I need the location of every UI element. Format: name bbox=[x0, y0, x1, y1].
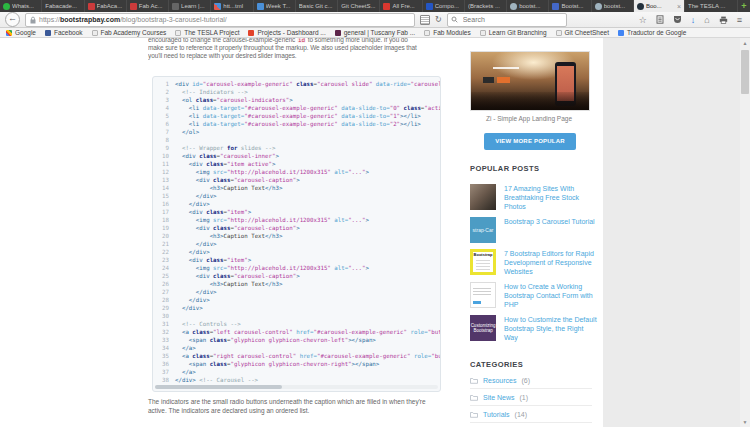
tab[interactable]: All Fre... bbox=[380, 0, 422, 12]
gitlab-favicon-icon bbox=[248, 30, 254, 36]
tab-active[interactable]: Boo...× bbox=[634, 0, 685, 12]
category-link[interactable]: Tutorials bbox=[483, 411, 510, 418]
scroll-down-arrow[interactable]: ▼ bbox=[740, 417, 750, 427]
code-lines: 1<div id="carousel-example-generic" clas… bbox=[153, 77, 440, 384]
code-text: <!-- Controls --> bbox=[175, 320, 241, 328]
reload-button[interactable]: ↻ bbox=[435, 14, 442, 26]
code-text: <h3>Caption Text</h3> bbox=[175, 184, 282, 192]
tab[interactable]: htt...tml bbox=[211, 0, 253, 12]
code-line: 12 <img src="http://placehold.it/1200x31… bbox=[156, 168, 440, 176]
printer-icon[interactable] bbox=[719, 16, 728, 24]
bookmark-item[interactable]: Git CheetSheet bbox=[556, 29, 609, 36]
category-item[interactable]: Resources(6) bbox=[470, 372, 592, 389]
scrollbar-thumb[interactable] bbox=[741, 50, 749, 94]
tab[interactable]: Bootst... bbox=[549, 0, 591, 12]
bookmark-item[interactable]: Google bbox=[6, 29, 36, 36]
tab[interactable]: The TESLA ... bbox=[685, 0, 738, 12]
new-tab-button[interactable]: + bbox=[738, 0, 750, 12]
scrollbar-thumb[interactable] bbox=[155, 385, 282, 389]
line-number: 37 bbox=[156, 368, 169, 376]
tab-title: Learn |... bbox=[181, 3, 207, 9]
post-link[interactable]: 7 Bootstrap Editors for Rapid Developmen… bbox=[504, 249, 598, 276]
pocket-icon[interactable] bbox=[673, 15, 682, 24]
category-link[interactable]: Site News bbox=[483, 394, 515, 401]
post-link[interactable]: How to Customize the Default Bootstrap S… bbox=[504, 315, 598, 342]
code-block[interactable]: 1<div id="carousel-example-generic" clas… bbox=[152, 76, 441, 392]
tab[interactable]: Whats... bbox=[0, 0, 42, 12]
vertical-scrollbar[interactable]: ▲ ▼ bbox=[740, 38, 750, 427]
tab[interactable]: (Brackets ... bbox=[465, 0, 507, 12]
bookmarks-menu-icon[interactable] bbox=[656, 15, 664, 24]
bookmark-item[interactable]: Fab Academy Courses bbox=[92, 29, 167, 36]
lock-icon bbox=[30, 16, 36, 24]
home-icon[interactable]: ⌂ bbox=[704, 14, 709, 26]
popular-post-item[interactable]: 17 Amazing Sites With Breathtaking Free … bbox=[470, 184, 598, 211]
tab[interactable]: Fabacade... bbox=[42, 0, 84, 12]
bookmark-item[interactable]: Learn Git Branching bbox=[480, 29, 547, 36]
url-path: /blog/bootstrap-3-carousel-tutorial/ bbox=[120, 16, 227, 23]
search-icon bbox=[451, 16, 458, 23]
bookmarks-bar: GoogleFacebookFab Academy CoursesThe TES… bbox=[0, 28, 750, 38]
tab[interactable]: bootst... bbox=[507, 0, 549, 12]
tab[interactable]: Fab Ac... bbox=[127, 0, 169, 12]
search-input[interactable] bbox=[461, 15, 550, 24]
tab[interactable]: Learn |... bbox=[169, 0, 211, 12]
post-link[interactable]: 17 Amazing Sites With Breathtaking Free … bbox=[504, 184, 598, 211]
reader-mode-icon[interactable] bbox=[420, 15, 430, 25]
bookmark-star-icon[interactable]: ☆ bbox=[639, 14, 647, 26]
downloads-icon[interactable]: ↓ bbox=[691, 14, 696, 26]
popular-post-item[interactable]: How to Create a Working Bootstrap Contac… bbox=[470, 282, 598, 309]
bookmark-item[interactable]: Fab Modules bbox=[424, 29, 471, 36]
code-line: 15 </div> bbox=[156, 192, 440, 200]
bookmark-item[interactable]: general | Tuscany Fab ... bbox=[335, 29, 415, 36]
tab[interactable]: bootst... bbox=[592, 0, 634, 12]
code-text: <h3>Caption Text</h3> bbox=[175, 280, 282, 288]
bootstrap-favicon-icon bbox=[552, 3, 559, 10]
post-link[interactable]: How to Create a Working Bootstrap Contac… bbox=[504, 282, 598, 309]
tab[interactable]: Week T... bbox=[254, 0, 296, 12]
post-link[interactable]: Bootstrap 3 Carousel Tutorial bbox=[504, 217, 595, 243]
whatsapp-favicon-icon bbox=[3, 3, 10, 10]
code-text: <h3>Caption Text</h3> bbox=[175, 232, 282, 240]
code-text: <!-- Wrapper for slides --> bbox=[175, 144, 275, 152]
category-count: (14) bbox=[515, 411, 527, 418]
theme-caption[interactable]: Zi - Simple App Landing Page bbox=[455, 115, 603, 122]
bookmark-item[interactable]: Facebook bbox=[45, 29, 83, 36]
tab[interactable]: Compo... bbox=[423, 0, 465, 12]
bookmark-item[interactable]: Traductor de Google bbox=[618, 29, 686, 36]
tab[interactable]: FabAca... bbox=[85, 0, 127, 12]
code-line: 7 </ol> bbox=[156, 128, 440, 136]
bookmark-item[interactable]: The TESLA Project bbox=[175, 29, 239, 36]
grid-favicon-icon bbox=[214, 3, 221, 10]
menu-icon[interactable]: ≡ bbox=[737, 14, 742, 26]
view-more-themes-button[interactable]: VIEW MORE POPULAR THEMES » bbox=[484, 133, 576, 150]
code-line: 22 </div> bbox=[156, 248, 440, 256]
code-text: <div id="carousel-example-generic" class… bbox=[175, 80, 440, 88]
popular-post-item[interactable]: Bootstrap7 Bootstrap Editors for Rapid D… bbox=[470, 249, 598, 276]
popular-post-item[interactable]: Customizing BootstrapHow to Customize th… bbox=[470, 315, 598, 342]
category-item[interactable]: Site News(1) bbox=[470, 389, 592, 406]
line-number: 11 bbox=[156, 160, 169, 168]
url-bar[interactable]: https://bootstrapbay.com/blog/bootstrap-… bbox=[25, 13, 415, 27]
category-item[interactable]: Tutorials(14) bbox=[470, 406, 592, 423]
popular-post-item[interactable]: strap-CarBootstrap 3 Carousel Tutorial bbox=[470, 217, 598, 243]
back-button[interactable]: ← bbox=[5, 12, 20, 27]
scroll-up-arrow[interactable]: ▲ bbox=[740, 38, 750, 48]
search-box[interactable] bbox=[447, 13, 567, 27]
post-thumbnail bbox=[470, 184, 496, 210]
code-text: </div> bbox=[175, 192, 217, 200]
bookmark-item[interactable]: Projects - Dashboard ... bbox=[248, 29, 325, 36]
code-line: 31 <!-- Controls --> bbox=[156, 320, 440, 328]
bookmark-label: Google bbox=[15, 29, 36, 36]
tab-title: The TESLA ... bbox=[688, 3, 734, 9]
tab[interactable]: Basic Git c... bbox=[296, 0, 338, 12]
bookmark-label: Projects - Dashboard ... bbox=[257, 29, 325, 36]
code-horizontal-scrollbar[interactable] bbox=[155, 385, 438, 389]
tab-close-icon[interactable]: × bbox=[677, 3, 681, 10]
tab[interactable]: Git CheetS... bbox=[338, 0, 380, 12]
default-favicon-icon bbox=[424, 30, 430, 36]
category-item[interactable]: Web Design bbox=[470, 423, 592, 427]
category-link[interactable]: Resources bbox=[483, 377, 516, 384]
theme-thumbnail[interactable] bbox=[470, 51, 590, 111]
toolbar-icons: ☆ ↓ ⌂ ≡ bbox=[639, 14, 745, 26]
